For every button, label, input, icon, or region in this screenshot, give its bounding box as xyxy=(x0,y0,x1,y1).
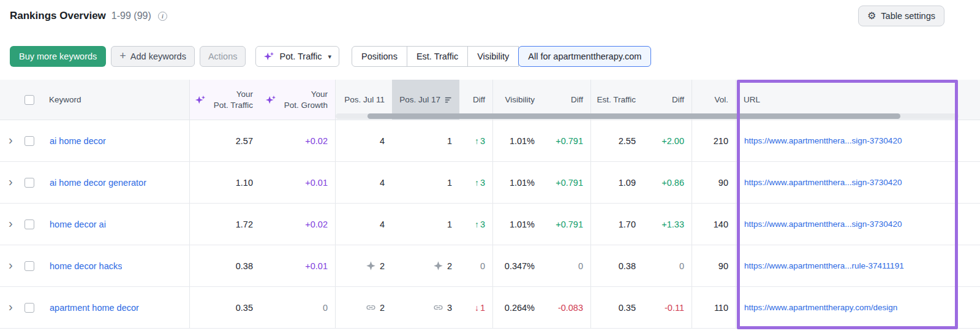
volume-cell: 90 xyxy=(692,245,736,286)
pot-traffic-cell: 0.35 xyxy=(190,287,260,328)
row-checkbox[interactable] xyxy=(24,303,34,313)
keyword-link[interactable]: ai home decor xyxy=(50,136,106,146)
est-traffic-diff-cell: +1.33 xyxy=(643,204,692,245)
volume-cell: 110 xyxy=(692,287,736,328)
actions-label: Actions xyxy=(208,52,238,61)
row-checkbox[interactable] xyxy=(24,261,34,271)
expand-row-icon[interactable]: › xyxy=(9,175,13,188)
est-traffic-diff-cell: 0 xyxy=(643,245,692,286)
est-traffic-cell: 1.70 xyxy=(591,204,643,245)
url-link[interactable]: https://www.apartmenttherapy.com/design xyxy=(744,303,897,312)
url-link[interactable]: https://www.apartmentthera...sign-373042… xyxy=(744,136,902,145)
pos-jul17-cell: 1 xyxy=(392,162,459,203)
keyword-cell: ai home decor generator xyxy=(42,162,190,203)
table-row: ›home decor hacks0.38+0.012200.347%00.38… xyxy=(0,245,980,287)
column-label: Est. Traffic xyxy=(597,95,636,104)
keyword-link[interactable]: apartment home decor xyxy=(50,303,139,313)
view-tab-label: Positions xyxy=(361,52,398,61)
view-tab-est-traffic[interactable]: Est. Traffic xyxy=(407,46,468,67)
pot-traffic-cell: 1.10 xyxy=(190,162,260,203)
expand-cell: › xyxy=(0,287,24,328)
row-checkbox[interactable] xyxy=(24,220,34,229)
keyword-link[interactable]: home decor ai xyxy=(50,220,106,229)
expand-cell: › xyxy=(0,204,24,245)
expand-cell: › xyxy=(0,245,24,286)
volume-cell: 210 xyxy=(692,120,736,161)
gear-icon: ⚙ xyxy=(867,11,876,21)
serp-feature-icon xyxy=(366,261,376,271)
visibility-diff-cell: +0.791 xyxy=(542,120,591,161)
add-keywords-button[interactable]: + Add keywords xyxy=(111,46,195,67)
keyword-link[interactable]: home decor hacks xyxy=(50,261,122,271)
keyword-cell: ai home decor xyxy=(42,120,190,161)
pos-jul11-cell: 4 xyxy=(336,204,392,245)
url-cell: https://www.apartmentthera...sign-373042… xyxy=(736,120,980,161)
actions-button[interactable]: Actions xyxy=(200,46,246,67)
table-row: ›apartment home decor0.35023↓10.264%-0.0… xyxy=(0,287,980,329)
expand-row-icon[interactable]: › xyxy=(9,134,13,146)
info-glyph: i xyxy=(162,13,164,20)
horizontal-scrollbar-thumb[interactable] xyxy=(368,113,900,119)
table-settings-label: Table settings xyxy=(881,11,935,21)
est-traffic-diff-cell: +0.86 xyxy=(643,162,692,203)
volume-cell: 140 xyxy=(692,204,736,245)
view-tab-visibility[interactable]: Visibility xyxy=(467,46,519,67)
rankings-table: Keyword Your Pot. Traffic Your P xyxy=(0,80,980,329)
pot-traffic-cell: 1.72 xyxy=(190,204,260,245)
est-traffic-cell: 0.35 xyxy=(591,287,643,328)
expand-row-icon[interactable]: › xyxy=(9,217,13,229)
view-tab-all-for-domain[interactable]: All for apartmenttherapy.com xyxy=(518,46,651,67)
est-traffic-cell: 0.38 xyxy=(591,245,643,286)
view-tab-positions[interactable]: Positions xyxy=(352,46,407,67)
info-icon[interactable]: i xyxy=(158,12,167,21)
sort-descending-icon xyxy=(445,96,453,104)
page-title: Rankings Overview xyxy=(10,10,106,22)
url-link[interactable]: https://www.apartmentthera...sign-373042… xyxy=(744,220,902,229)
url-cell: https://www.apartmentthera...sign-373042… xyxy=(736,204,980,245)
visibility-cell: 1.01% xyxy=(493,204,542,245)
plus-icon: + xyxy=(119,50,126,61)
pos-jul17-cell: 1 xyxy=(392,120,459,161)
title-bar: Rankings Overview 1-99 (99) i ⚙ Table se… xyxy=(0,0,980,32)
column-header-pot-growth[interactable]: Your Pot. Growth xyxy=(260,80,336,120)
view-tab-label: Visibility xyxy=(477,52,509,61)
row-checkbox[interactable] xyxy=(24,178,34,188)
expand-row-icon[interactable]: › xyxy=(9,259,13,271)
buy-more-keywords-button[interactable]: Buy more keywords xyxy=(10,46,106,67)
link-icon xyxy=(366,302,376,313)
metric-selector-dropdown[interactable]: Pot. Traffic ▾ xyxy=(255,46,339,67)
url-link[interactable]: https://www.apartmentthera...sign-373042… xyxy=(744,178,902,187)
keyword-cell: home decor hacks xyxy=(42,245,190,286)
select-all-cell xyxy=(24,80,42,120)
table-row: ›ai home decor2.57+0.0241↑31.01%+0.7912.… xyxy=(0,120,980,162)
view-switcher: Positions Est. Traffic Visibility All fo… xyxy=(352,46,651,67)
horizontal-scrollbar[interactable] xyxy=(336,113,959,119)
column-label: Diff xyxy=(672,95,684,104)
column-label: Vol. xyxy=(714,95,728,104)
expand-row-icon[interactable]: › xyxy=(9,300,13,313)
column-header-pot-traffic[interactable]: Your Pot. Traffic xyxy=(190,80,260,120)
toolbar: Buy more keywords + Add keywords Actions… xyxy=(0,46,980,67)
volume-cell: 90 xyxy=(692,162,736,203)
column-header-keyword[interactable]: Keyword xyxy=(42,80,190,120)
chevron-down-icon: ▾ xyxy=(328,53,332,61)
pos-jul17-cell: 1 xyxy=(392,204,459,245)
table-settings-button[interactable]: ⚙ Table settings xyxy=(858,6,944,26)
table-row: ›ai home decor generator1.10+0.0141↑31.0… xyxy=(0,162,980,204)
ai-sparkle-icon xyxy=(263,51,274,62)
column-label: Keyword xyxy=(49,95,81,104)
view-tab-label: Est. Traffic xyxy=(417,52,458,61)
select-all-checkbox[interactable] xyxy=(24,95,34,105)
url-cell: https://www.apartmentthera...rule-374111… xyxy=(736,245,980,286)
column-label: Diff xyxy=(571,95,583,104)
pot-growth-cell: +0.02 xyxy=(260,204,336,245)
url-link[interactable]: https://www.apartmentthera...rule-374111… xyxy=(744,261,904,270)
checkbox-cell xyxy=(24,120,42,161)
row-checkbox[interactable] xyxy=(24,136,34,146)
column-label: URL xyxy=(744,95,760,104)
keyword-link[interactable]: ai home decor generator xyxy=(50,178,146,188)
column-label: Diff xyxy=(473,95,485,104)
column-label: Visibility xyxy=(505,95,535,104)
checkbox-cell xyxy=(24,287,42,328)
buy-more-keywords-label: Buy more keywords xyxy=(19,52,97,61)
